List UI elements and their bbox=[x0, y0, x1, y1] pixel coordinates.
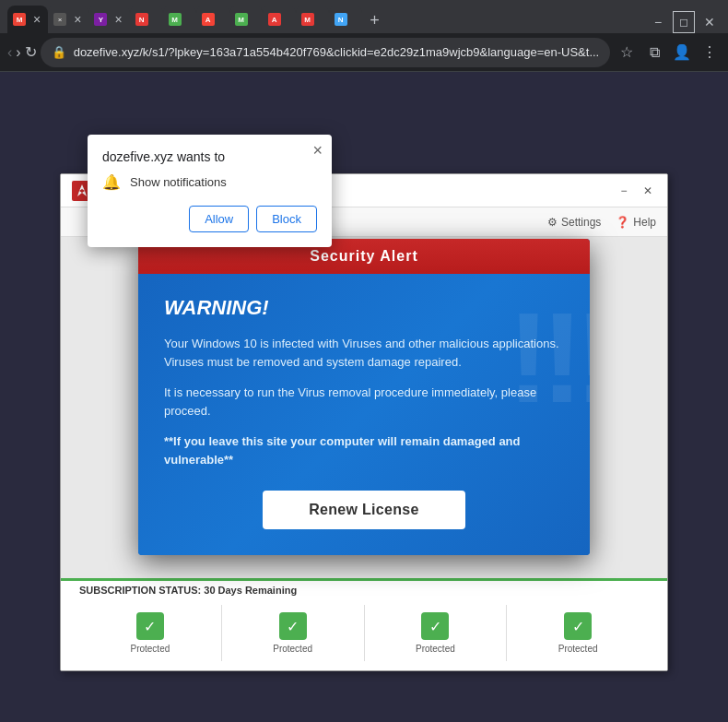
tab-favicon-2: × bbox=[53, 13, 66, 26]
bookmark-button[interactable]: ☆ bbox=[614, 40, 640, 65]
tab-2[interactable]: × × bbox=[48, 6, 88, 33]
tab-favicon-7: M bbox=[235, 13, 248, 26]
tab-favicon-5: M bbox=[169, 13, 182, 26]
security-alert-dialog: Security Alert !!! WARNING! Your Windows… bbox=[138, 239, 590, 555]
tab-6[interactable]: A bbox=[196, 6, 229, 33]
page-content: McAfee Total Protection − ✕ ⚙ Settings ❓… bbox=[0, 72, 728, 722]
warning-text-2: It is necessary to run the Virus removal… bbox=[164, 384, 564, 420]
tab-7[interactable]: M bbox=[229, 6, 263, 33]
renew-license-button[interactable]: Renew License bbox=[263, 491, 465, 529]
notification-bell-row: 🔔 Show notifications bbox=[102, 173, 317, 191]
tab-favicon-8: A bbox=[268, 13, 281, 26]
tab-bar: M × × × Y × N M A M bbox=[0, 0, 728, 33]
extensions-button[interactable]: ⧉ bbox=[641, 40, 667, 65]
block-notifications-button[interactable]: Block bbox=[256, 206, 317, 232]
toolbar-actions: ☆ ⧉ 👤 ⋮ bbox=[614, 40, 722, 65]
tab-favicon-3: Y bbox=[94, 13, 107, 26]
tab-favicon-9: M bbox=[301, 13, 314, 26]
tab-4[interactable]: N bbox=[130, 6, 163, 33]
url-text: dozefive.xyz/k/s1/?lpkey=163a71a554b420f… bbox=[74, 45, 600, 59]
tab-close-2[interactable]: × bbox=[72, 10, 83, 29]
tab-favicon-4: N bbox=[135, 13, 148, 26]
alert-header-text: Security Alert bbox=[310, 248, 417, 264]
back-button[interactable]: ‹ bbox=[7, 40, 12, 65]
notification-popup: × dozefive.xyz wants to 🔔 Show notificat… bbox=[88, 135, 332, 247]
browser-window: M × × × Y × N M A M bbox=[0, 0, 728, 722]
allow-notifications-button[interactable]: Allow bbox=[189, 206, 249, 232]
tab-3[interactable]: Y × bbox=[88, 6, 129, 33]
new-tab-button[interactable]: + bbox=[362, 7, 388, 33]
tab-active[interactable]: M × bbox=[7, 6, 48, 33]
tab-5[interactable]: M bbox=[163, 6, 196, 33]
tab-favicon-6: A bbox=[202, 13, 215, 26]
notification-close-icon[interactable]: × bbox=[312, 142, 323, 159]
minimize-window-button[interactable]: − bbox=[647, 11, 669, 33]
warning-text-3: **If you leave this site your computer w… bbox=[164, 432, 564, 468]
tab-8[interactable]: A bbox=[263, 6, 296, 33]
notification-popup-title: dozefive.xyz wants to bbox=[102, 149, 317, 164]
notification-buttons: Allow Block bbox=[102, 206, 317, 232]
restore-window-button[interactable]: ◻ bbox=[673, 11, 695, 33]
menu-button[interactable]: ⋮ bbox=[697, 40, 722, 65]
navigation-toolbar: ‹ › ↻ 🔒 dozefive.xyz/k/s1/?lpkey=163a71a… bbox=[0, 33, 728, 72]
warning-title: WARNING! bbox=[164, 296, 564, 320]
tab-10[interactable]: N bbox=[329, 6, 362, 33]
alert-watermark: !!! bbox=[507, 283, 590, 432]
forward-button[interactable]: › bbox=[16, 40, 20, 65]
address-bar[interactable]: 🔒 dozefive.xyz/k/s1/?lpkey=163a71a554b42… bbox=[41, 38, 611, 67]
refresh-button[interactable]: ↻ bbox=[25, 40, 37, 65]
tabs-container: M × × × Y × N M A M bbox=[7, 6, 640, 33]
tab-favicon-10: N bbox=[335, 13, 347, 26]
bell-icon: 🔔 bbox=[102, 173, 121, 191]
tab-close-1[interactable]: × bbox=[31, 10, 42, 29]
warning-text-1: Your Windows 10 is infected with Viruses… bbox=[164, 335, 564, 371]
tab-close-3[interactable]: × bbox=[112, 10, 123, 29]
tab-9[interactable]: M bbox=[296, 6, 329, 33]
close-window-button[interactable]: ✕ bbox=[699, 11, 721, 33]
lock-icon: 🔒 bbox=[52, 45, 66, 59]
profile-button[interactable]: 👤 bbox=[669, 40, 695, 65]
tab-favicon-1: M bbox=[13, 13, 26, 26]
notification-text: Show notifications bbox=[130, 175, 227, 189]
alert-body: !!! WARNING! Your Windows 10 is infected… bbox=[138, 274, 590, 555]
